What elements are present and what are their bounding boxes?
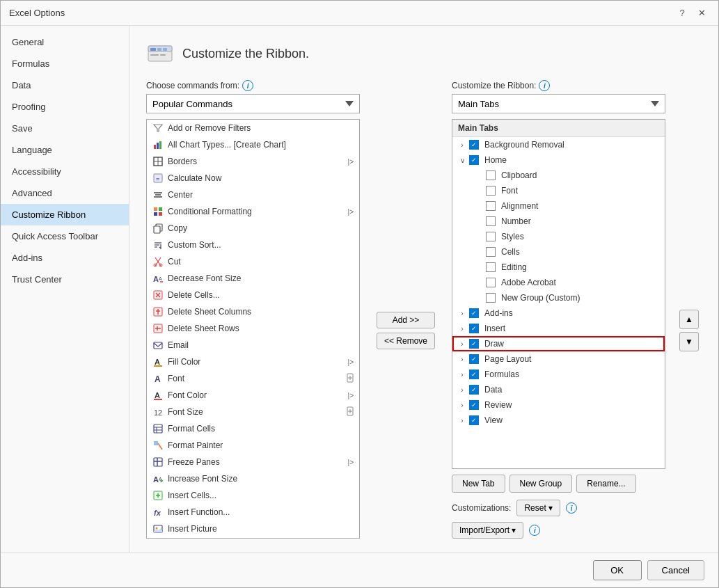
list-item[interactable]: Insert Picture	[147, 521, 359, 537]
sidebar-item-advanced[interactable]: Advanced	[1, 182, 129, 204]
sidebar-item-customize-ribbon[interactable]: Customize Ribbon	[1, 204, 129, 225]
commands-dropdown[interactable]: Popular CommandsAll CommandsCommands Not…	[146, 94, 360, 113]
list-item[interactable]: AFont	[147, 370, 359, 387]
help-button[interactable]: ?	[674, 5, 690, 22]
tree-checkbox[interactable]	[486, 201, 496, 211]
sidebar-item-save[interactable]: Save	[1, 118, 129, 139]
tree-checkbox[interactable]	[469, 354, 479, 364]
tree-item[interactable]: Cells	[452, 244, 665, 260]
import-export-button[interactable]: Import/Export ▾	[452, 522, 523, 539]
tree-item[interactable]: ›View	[452, 413, 665, 428]
tree-checkbox[interactable]	[469, 324, 479, 333]
list-item[interactable]: Delete Sheet Rows	[147, 320, 359, 337]
customize-ribbon-info-icon[interactable]: i	[539, 80, 550, 91]
remove-button[interactable]: << Remove	[377, 333, 435, 349]
list-item[interactable]: AFill Color|>	[147, 353, 359, 370]
tree-item[interactable]: Alignment	[452, 198, 665, 214]
new-tab-button[interactable]: New Tab	[452, 475, 505, 493]
sidebar-item-formulas[interactable]: Formulas	[1, 53, 129, 74]
list-item[interactable]: 12Font Size	[147, 404, 359, 420]
tree-item[interactable]: ›Add-ins	[452, 305, 665, 321]
tree-item[interactable]: ›Background Removal	[452, 137, 665, 152]
list-item[interactable]: Cut	[147, 253, 359, 270]
tree-item[interactable]: ›Draw	[452, 336, 665, 351]
sidebar-item-trust-center[interactable]: Trust Center	[1, 269, 129, 290]
tree-checkbox[interactable]	[486, 247, 496, 257]
tree-item[interactable]: Font	[452, 183, 665, 198]
tree-checkbox[interactable]	[486, 293, 496, 303]
list-item[interactable]: Conditional Formatting|>	[147, 203, 359, 220]
tree-item[interactable]: ›Page Layout	[452, 351, 665, 367]
rename-button[interactable]: Rename...	[576, 475, 635, 493]
list-item[interactable]: Delete Sheet Columns	[147, 303, 359, 320]
tree-checkbox[interactable]	[486, 278, 496, 287]
tree-checkbox[interactable]	[469, 140, 479, 150]
list-item[interactable]: Copy	[147, 220, 359, 237]
tree-checkbox[interactable]	[486, 186, 496, 196]
tree-item[interactable]: ›Formulas	[452, 367, 665, 382]
close-button[interactable]: ✕	[693, 5, 710, 22]
tree-item[interactable]: Adobe Acrobat	[452, 275, 665, 290]
list-item[interactable]: AADecrease Font Size	[147, 270, 359, 287]
list-item[interactable]: Format Cells	[147, 420, 359, 437]
tree-item[interactable]: Number	[452, 214, 665, 229]
sidebar-item-general[interactable]: General	[1, 31, 129, 53]
commands-list[interactable]: Add or Remove FiltersAll Chart Types... …	[146, 119, 360, 539]
tree-checkbox[interactable]	[469, 415, 479, 425]
sidebar-item-accessibility[interactable]: Accessibility	[1, 161, 129, 182]
ribbon-dropdown[interactable]: Main TabsTool TabsAll Tabs	[452, 94, 665, 113]
tree-checkbox[interactable]	[486, 232, 496, 241]
list-item[interactable]: Format Painter	[147, 437, 359, 454]
reset-button[interactable]: Reset ▾	[516, 500, 560, 516]
list-item[interactable]: Freeze Panes|>	[147, 454, 359, 470]
list-item[interactable]: fxInsert Function...	[147, 504, 359, 521]
list-item[interactable]: =Calculate Now	[147, 170, 359, 186]
tree-item[interactable]: ›Insert	[452, 321, 665, 336]
list-item[interactable]: Custom Sort...	[147, 237, 359, 253]
command-label: Conditional Formatting	[168, 207, 252, 216]
import-export-info-icon[interactable]: i	[529, 525, 540, 536]
move-up-button[interactable]: ▲	[679, 310, 699, 329]
tree-checkbox[interactable]	[469, 370, 479, 379]
tree-expand-icon: ›	[458, 416, 466, 424]
tree-item[interactable]: Styles	[452, 229, 665, 244]
list-item[interactable]: Insert Cells...	[147, 487, 359, 504]
tree-checkbox[interactable]	[469, 400, 479, 410]
new-group-button[interactable]: New Group	[509, 475, 573, 493]
tree-item[interactable]: Clipboard	[452, 168, 665, 183]
tree-item[interactable]: ›Data	[452, 382, 665, 397]
sidebar-item-quick-access-toolbar[interactable]: Quick Access Toolbar	[1, 225, 129, 247]
list-item[interactable]: Insert Sheet Columns	[147, 537, 359, 539]
tree-checkbox[interactable]	[486, 262, 496, 272]
cancel-button[interactable]: Cancel	[647, 560, 704, 580]
tree-item[interactable]: New Group (Custom)	[452, 290, 665, 305]
ok-button[interactable]: OK	[593, 560, 642, 580]
sidebar-item-proofing[interactable]: Proofing	[1, 96, 129, 118]
tree-item[interactable]: ∨Home	[452, 152, 665, 168]
list-item[interactable]: Center	[147, 186, 359, 203]
tree-checkbox[interactable]	[469, 308, 479, 318]
list-item[interactable]: All Chart Types... [Create Chart]	[147, 136, 359, 153]
move-down-button[interactable]: ▼	[679, 332, 699, 351]
tree-checkbox[interactable]	[486, 170, 496, 180]
tree-checkbox[interactable]	[486, 216, 496, 226]
tree-checkbox[interactable]	[469, 339, 479, 349]
sidebar-item-add-ins[interactable]: Add-ins	[1, 247, 129, 269]
reset-info-icon[interactable]: i	[566, 502, 577, 514]
tree-checkbox[interactable]	[469, 155, 479, 165]
sidebar-item-data[interactable]: Data	[1, 74, 129, 96]
tree-item[interactable]: ›Review	[452, 397, 665, 413]
ribbon-tree[interactable]: Main Tabs›Background Removal∨HomeClipboa…	[452, 119, 665, 469]
list-item[interactable]: AAIncrease Font Size	[147, 470, 359, 487]
sidebar-item-language[interactable]: Language	[1, 139, 129, 161]
list-item[interactable]: Delete Cells...	[147, 287, 359, 303]
list-item[interactable]: Add or Remove Filters	[147, 120, 359, 136]
choose-commands-info-icon[interactable]: i	[242, 80, 253, 91]
tree-item-label: Data	[484, 385, 502, 395]
add-button[interactable]: Add >>	[377, 312, 435, 328]
list-item[interactable]: Borders|>	[147, 153, 359, 170]
tree-item[interactable]: Editing	[452, 260, 665, 275]
list-item[interactable]: AFont Color|>	[147, 387, 359, 404]
list-item[interactable]: Email	[147, 337, 359, 353]
tree-checkbox[interactable]	[469, 385, 479, 395]
